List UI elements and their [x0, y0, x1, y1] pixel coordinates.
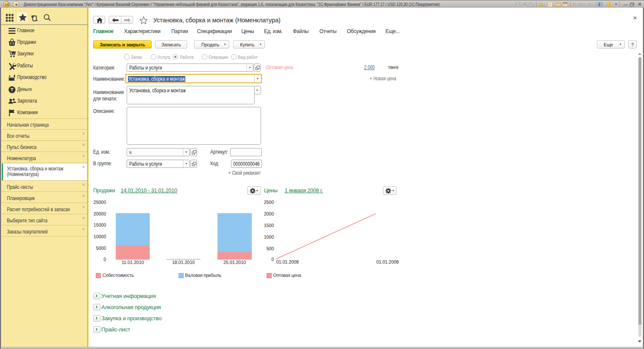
svg-text:0: 0: [271, 257, 274, 262]
svg-text:2500: 2500: [264, 200, 274, 205]
svg-text:11.01.2010: 11.01.2010: [122, 260, 144, 265]
svg-text:31: 31: [564, 4, 567, 6]
svg-text:10000: 10000: [94, 234, 106, 239]
svg-text:15000: 15000: [94, 222, 106, 228]
svg-text:i: i: [609, 3, 610, 6]
svg-text:500: 500: [266, 246, 274, 251]
svg-text:1000: 1000: [264, 234, 274, 240]
svg-text:25000: 25000: [94, 200, 106, 205]
svg-text:20000: 20000: [94, 211, 106, 216]
svg-text:25.01.2010: 25.01.2010: [223, 260, 246, 265]
svg-text:01.01.2008: 01.01.2008: [276, 259, 299, 264]
svg-text:01.01.2008: 01.01.2008: [376, 259, 399, 264]
svg-text:18.01.2010: 18.01.2010: [172, 260, 195, 265]
svg-text:2000: 2000: [264, 211, 274, 216]
svg-text:0: 0: [103, 257, 106, 262]
svg-text:1500: 1500: [264, 223, 274, 228]
svg-text:5000: 5000: [96, 246, 106, 251]
